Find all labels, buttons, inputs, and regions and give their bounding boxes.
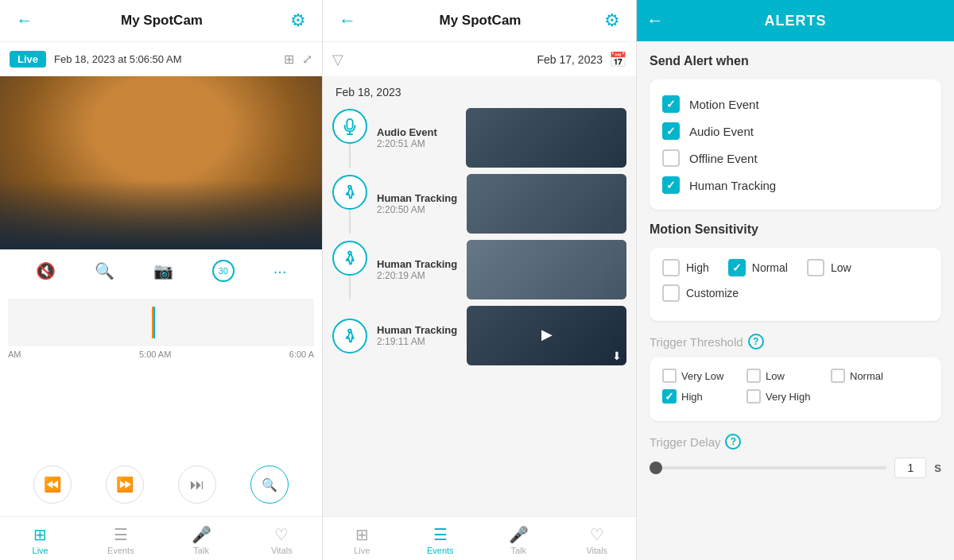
sensitivity-low-checkbox[interactable] — [807, 259, 824, 276]
motion-event-checkbox[interactable] — [662, 95, 680, 113]
events-events-icon: ☰ — [433, 525, 448, 544]
events-back-button[interactable]: ← — [335, 7, 359, 34]
timeline-labels: AM 5:00 AM 6:00 A — [0, 346, 322, 362]
camera-bottom-nav: ⊞ Live ☰ Events 🎤 Talk ♡ Vitals — [0, 516, 322, 560]
audio-event-checkbox[interactable] — [662, 122, 680, 140]
location-button[interactable]: 🔍 — [250, 465, 289, 504]
filter-icon[interactable]: ▽ — [332, 51, 343, 68]
live-view-icons: ⊞ ⤢ — [284, 52, 312, 67]
events-nav-talk[interactable]: 🎤 Talk — [479, 522, 558, 558]
sensitivity-normal-checkbox[interactable] — [728, 259, 746, 276]
delay-row: 1 S — [650, 458, 941, 478]
threshold-low-checkbox[interactable] — [747, 369, 761, 383]
skip-next-button[interactable]: ⏭ — [178, 465, 216, 504]
sensitivity-low-label: Low — [831, 261, 851, 274]
events-nav-events[interactable]: ☰ Events — [401, 522, 480, 558]
human-event-type-1: Human Tracking — [377, 192, 457, 204]
play-icon[interactable]: ▶ — [541, 325, 553, 342]
download-icon[interactable]: ⬇ — [612, 350, 622, 362]
alerts-back-button[interactable]: ← — [646, 10, 664, 31]
human-event-thumbnail-2[interactable] — [467, 240, 626, 299]
human-event-type-3: Human Tracking — [377, 324, 457, 336]
events-list: Feb 18, 2023 Audio Event 2:20:51 AM — [323, 76, 636, 516]
delay-section: Trigger Delay ? 1 S — [650, 434, 941, 478]
events-nav-vitals[interactable]: ♡ Vitals — [558, 522, 637, 558]
events-events-label: Events — [427, 546, 454, 555]
events-panel: ← My SpotCam ⚙ ▽ Feb 17, 2023 📅 Feb 18, … — [322, 0, 636, 560]
sens-customize: Customize — [662, 284, 739, 302]
camera-panel: ← My SpotCam ⚙ Live Feb 18, 2023 at 5:06… — [0, 0, 322, 560]
camera-feed — [0, 76, 322, 249]
event-item-human-1[interactable]: Human Tracking 2:20:50 AM — [332, 174, 626, 234]
rewind-button[interactable]: ⏪ — [33, 465, 72, 504]
threshold-very-low-checkbox[interactable] — [662, 369, 677, 383]
audio-event-type: Audio Event — [377, 126, 456, 138]
event-item-human-3[interactable]: Human Tracking 2:19:11 AM ▶ ⬇ — [332, 306, 626, 365]
camera-back-button[interactable]: ← — [13, 7, 37, 34]
delay-slider[interactable] — [650, 466, 886, 469]
threshold-label: Trigger Threshold — [650, 335, 743, 349]
human-event-time-3: 2:19:11 AM — [377, 336, 457, 347]
human-tracking-checkbox[interactable] — [662, 176, 680, 194]
threshold-high-label: High — [681, 391, 703, 403]
threshold-high-checkbox[interactable] — [662, 389, 677, 404]
alerts-header: ← ALERTS — [637, 0, 954, 41]
vitals-nav-icon: ♡ — [274, 525, 289, 544]
timeline-area: AM 5:00 AM 6:00 A — [0, 292, 322, 453]
more-icon[interactable]: ··· — [273, 262, 287, 280]
events-settings-button[interactable]: ⚙ — [601, 7, 623, 34]
human-event-thumbnail-3[interactable]: ▶ ⬇ — [467, 306, 626, 365]
delay-value[interactable]: 1 — [894, 458, 926, 478]
sensitivity-row-2: Customize — [662, 284, 929, 302]
human-event-type-2: Human Tracking — [377, 258, 457, 270]
events-filter-date: Feb 17, 2023 — [537, 53, 603, 66]
nav-item-events[interactable]: ☰ Events — [80, 522, 161, 558]
offline-event-label: Offline Event — [689, 152, 758, 165]
fullscreen-icon[interactable]: ⤢ — [302, 52, 312, 67]
thresh-very-low: Very Low — [662, 369, 734, 383]
timeline-track[interactable] — [8, 299, 314, 346]
human-event-thumbnail-1[interactable] — [467, 174, 626, 234]
camera-title: My SpotCam — [121, 13, 203, 29]
camera-settings-button[interactable]: ⚙ — [287, 7, 309, 34]
threshold-card: Very Low Low Normal High — [650, 357, 941, 421]
timeline-event-green — [153, 307, 155, 338]
event-item-audio[interactable]: Audio Event 2:20:51 AM — [332, 108, 626, 168]
human-event-time-1: 2:20:50 AM — [377, 204, 457, 215]
threshold-title: Trigger Threshold ? — [650, 334, 941, 350]
offline-event-checkbox[interactable] — [662, 149, 680, 167]
alerts-body: Send Alert when Motion Event Audio Event… — [637, 41, 954, 560]
camera-controls: 🔇 🔍 📷 30 ··· — [0, 249, 322, 292]
timer-icon[interactable]: 30 — [212, 260, 235, 282]
nav-item-vitals[interactable]: ♡ Vitals — [242, 522, 322, 558]
human-tracking-label: Human Tracking — [689, 179, 776, 192]
thresh-high: High — [662, 389, 734, 404]
event-item-human-2[interactable]: Human Tracking 2:20:19 AM — [332, 240, 626, 299]
grid-icon[interactable]: ⊞ — [284, 52, 294, 67]
delay-help-icon[interactable]: ? — [725, 434, 741, 450]
sensitivity-customize-checkbox[interactable] — [662, 284, 680, 302]
fast-forward-button[interactable]: ⏩ — [106, 465, 144, 504]
events-title: My SpotCam — [440, 13, 522, 29]
audio-event-thumbnail[interactable] — [466, 108, 626, 168]
snapshot-icon[interactable]: 📷 — [153, 261, 173, 280]
threshold-normal-checkbox[interactable] — [831, 369, 845, 383]
threshold-very-high-checkbox[interactable] — [747, 389, 761, 404]
delay-label: Trigger Delay — [650, 435, 720, 449]
threshold-help-icon[interactable]: ? — [748, 334, 764, 350]
nav-item-talk[interactable]: 🎤 Talk — [161, 522, 242, 558]
delay-title-row: Trigger Delay ? — [650, 434, 941, 450]
search-icon[interactable]: 🔍 — [95, 261, 114, 280]
nav-item-live[interactable]: ⊞ Live — [0, 522, 80, 558]
delay-thumb[interactable] — [650, 462, 662, 474]
threshold-low-label: Low — [766, 370, 785, 382]
events-nav-live[interactable]: ⊞ Live — [323, 522, 401, 558]
human-tracking-icon-2 — [332, 241, 367, 276]
mute-icon[interactable]: 🔇 — [36, 261, 56, 280]
calendar-icon[interactable]: 📅 — [609, 51, 626, 68]
events-date-label: Feb 18, 2023 — [332, 86, 626, 98]
playback-controls: ⏪ ⏩ ⏭ 🔍 — [0, 453, 322, 516]
timeline-label-5am: 5:00 AM — [139, 350, 171, 359]
audio-event-icon — [332, 109, 367, 144]
sensitivity-high-checkbox[interactable] — [662, 259, 680, 276]
